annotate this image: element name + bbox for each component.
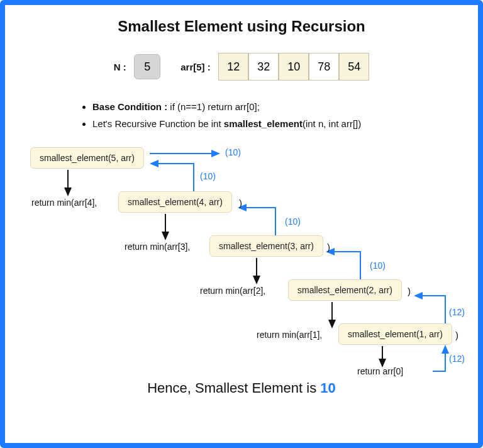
conclusion-answer: 10: [320, 380, 335, 396]
call-1-box: smallest_element(1, arr): [338, 323, 452, 345]
paren-4: ): [239, 198, 242, 208]
page-title: Smallest Element using Recursion: [5, 18, 478, 35]
paren-3: ): [327, 242, 330, 252]
fn-text: Let's Recursive Function be int: [92, 118, 224, 129]
diagram-frame: Smallest Element using Recursion N : 5 a…: [0, 0, 483, 448]
n-value: 5: [134, 54, 160, 79]
conclusion-text: Hence, Smallest Element is: [147, 380, 320, 396]
return-min-4: return min(arr[4],: [31, 198, 97, 208]
return-val-1: (12): [449, 354, 465, 364]
return-val-5: (10): [200, 171, 216, 181]
bullet-fn: Let's Recursive Function be int smallest…: [92, 115, 402, 132]
return-min-2: return min(arr[2],: [200, 286, 265, 296]
arr-cell: 12: [218, 53, 248, 81]
return-val-2: (12): [449, 307, 465, 317]
call-3-box: smallest_element(3, arr): [209, 235, 323, 257]
return-min-1: return min(arr[1],: [257, 330, 322, 340]
inputs-row: N : 5 arr[5] : 12 32 10 78 54: [5, 53, 478, 81]
call-2-box: smallest_element(2, arr): [288, 279, 402, 301]
return-arr0: return arr[0]: [357, 366, 403, 376]
arr-group: arr[5] : 12 32 10 78 54: [180, 53, 369, 81]
bullet-base: Base Condition : if (n==1) return arr[0]…: [92, 98, 402, 115]
paren-1: ): [455, 330, 458, 340]
n-label: N :: [114, 62, 126, 72]
arr-label: arr[5] :: [180, 62, 211, 72]
return-val-top: (10): [225, 147, 241, 157]
call-4-box: smallest_element(4, arr): [118, 191, 232, 213]
arr-cell: 54: [339, 53, 369, 81]
arr-cell: 10: [279, 53, 309, 81]
arr-cell: 32: [248, 53, 279, 81]
return-min-3: return min(arr[3],: [125, 242, 190, 252]
n-group: N : 5: [114, 54, 160, 79]
bullet-list: Base Condition : if (n==1) return arr[0]…: [81, 98, 402, 132]
fn-sig: smallest_element: [224, 118, 303, 129]
recursion-diagram: smallest_element(5, arr) (10) return min…: [5, 140, 478, 379]
call-5-box: smallest_element(5, arr): [30, 147, 144, 169]
conclusion: Hence, Smallest Element is 10: [5, 380, 478, 396]
array-cells: 12 32 10 78 54: [218, 53, 369, 81]
base-text: if (n==1) return arr[0];: [167, 101, 260, 112]
paren-2: ): [408, 286, 411, 296]
fn-tail: (int n, int arr[]): [303, 118, 361, 129]
base-label: Base Condition :: [92, 101, 167, 112]
return-val-3: (10): [370, 260, 386, 271]
arr-cell: 78: [309, 53, 339, 81]
return-val-4: (10): [285, 216, 301, 227]
